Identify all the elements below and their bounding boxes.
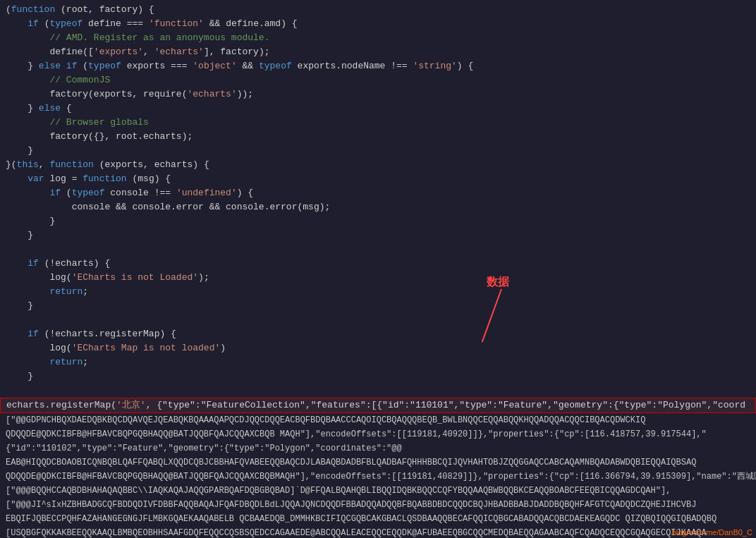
code-editor: (function (root, factory) { if (typeof d… xyxy=(0,0,756,538)
code-line-12: }(this, function (exports, echarts) { xyxy=(0,158,756,172)
code-line-25: log('ECharts Map is not loaded') xyxy=(0,341,756,355)
code-line-22: } xyxy=(0,299,756,313)
code-line-38: [USQBGFQKKAKBEEQQKAAQLBMBQEOBHHSAAFGDQFE… xyxy=(0,526,756,538)
code-line-17: } xyxy=(0,228,756,243)
code-line-16: } xyxy=(0,214,756,228)
code-line-3: // AMD. Register as an anonymous module. xyxy=(0,31,756,45)
code-line-37: EBQIFJQBECCPQHFAZAHANGEGNGJFLMBKGQAEKAAQ… xyxy=(0,512,756,526)
code-line-32: {"id":"110102","type":"Feature","geometr… xyxy=(0,441,756,456)
code-line-36: ["@@@JI^sIxHZBHBADGCQFBDDQDIVFDBBFAQQBAQ… xyxy=(0,498,756,512)
code-line-18 xyxy=(0,243,756,257)
code-line-27: } xyxy=(0,369,756,384)
code-line-2: if (typeof define === 'function' && defi… xyxy=(0,17,756,31)
watermark: blogresm.me/DanB0_C xyxy=(672,528,752,537)
code-line-11: } xyxy=(0,144,756,158)
code-line-28 xyxy=(0,384,756,398)
code-line-31: QDQQDE@QDKCIBFB@HFBAVCBQPGQBHAQQ@BATJQQB… xyxy=(0,427,756,441)
code-line-5: } else if (typeof exports === 'object' &… xyxy=(0,59,756,73)
code-line-19: if (!echarts) { xyxy=(0,257,756,271)
code-line-23 xyxy=(0,313,756,327)
code-line-21: return; xyxy=(0,285,756,299)
code-line-9: // Browser globals xyxy=(0,116,756,130)
code-line-14: if (typeof console !== 'undefined') { xyxy=(0,186,756,200)
code-line-7: factory(exports, require('echarts')); xyxy=(0,87,756,102)
code-line-4: define(['exports', 'echarts'], factory); xyxy=(0,45,756,59)
code-line-20: log('ECharts is not Loaded'); xyxy=(0,271,756,285)
code-line-24: if (!echarts.registerMap) { xyxy=(0,327,756,341)
code-line-13: var log = function (msg) { xyxy=(0,172,756,186)
code-line-29-highlighted: echarts.registerMap('北京', {"type":"Featu… xyxy=(0,398,756,413)
code-line-30: ["@@GDPNCHBQXDAEDQBKBQCDQAVQEJQEABQKBQAA… xyxy=(0,413,756,427)
code-line-8: } else { xyxy=(0,102,756,116)
code-line-1: (function (root, factory) { xyxy=(0,3,756,17)
code-line-6: // CommonJS xyxy=(0,73,756,87)
code-line-33: EAB@HIQQDCBOAOBICQNBQBLQAFFQABQLXQQDCQBJ… xyxy=(0,456,756,470)
code-line-15: console && console.error && console.erro… xyxy=(0,200,756,214)
code-line-35: ["@@@BQQHCCAQBDBHAHAQAQBBC\\IAQKAQAJAQQG… xyxy=(0,484,756,498)
code-line-10: factory({}, root.echarts); xyxy=(0,130,756,144)
code-line-26: return; xyxy=(0,355,756,369)
code-line-34: QDQQDE@QDKCIBFB@HFBAVCBQPGQBHAQQ@BATJQQB… xyxy=(0,470,756,484)
